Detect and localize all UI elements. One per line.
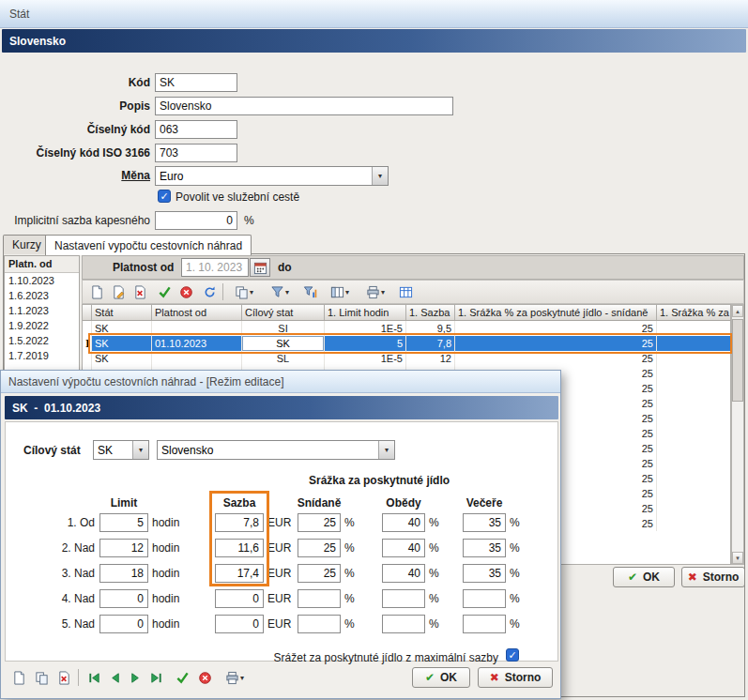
sazba-input[interactable] (215, 513, 264, 532)
main-titlebar[interactable]: Stát (0, 0, 748, 28)
ok-button[interactable]: ✔ OK (613, 567, 675, 587)
vecere-input[interactable] (463, 589, 506, 608)
nav-next-button[interactable] (125, 667, 145, 688)
storno-button[interactable]: ✖ Storno (681, 567, 745, 587)
export-button[interactable] (395, 282, 416, 302)
filter-advanced-button[interactable] (299, 282, 320, 302)
calendar-button[interactable] (250, 258, 270, 277)
kapesne-input[interactable] (155, 211, 237, 230)
vecere-input[interactable] (463, 615, 506, 633)
col-header-cilovy[interactable]: Cílový stat (242, 305, 325, 320)
scrollbar-thumb[interactable] (732, 319, 743, 402)
obedy-input[interactable] (382, 513, 425, 532)
snidane-input[interactable] (298, 513, 341, 532)
dialog-titlebar[interactable]: Nastavení výpočtu cestovních náhrad - [R… (1, 371, 560, 393)
srazet-checkbox[interactable]: ✓ (506, 648, 519, 662)
list-item[interactable]: 1.1.2023 (5, 303, 79, 318)
mena-combo-input[interactable] (156, 167, 372, 185)
limit-input[interactable] (99, 513, 148, 532)
date-list-header[interactable]: Platn. od (5, 256, 79, 273)
mena-label[interactable]: Měna (13, 169, 150, 182)
sazba-input[interactable] (215, 564, 264, 583)
accept-button[interactable] (154, 282, 175, 302)
col-header-sazba[interactable]: 1. Sazba (406, 305, 455, 320)
obedy-input[interactable] (382, 539, 425, 557)
cell-cilovy-editing[interactable]: SK (242, 336, 325, 351)
col-header-platnost[interactable]: Platnost od (152, 305, 242, 320)
table-row-selected[interactable]: I SK 01.10.2023 SK 5 7,8 25 (83, 336, 730, 351)
dialog-ok-button[interactable]: ✔ OK (412, 667, 470, 688)
snidane-input[interactable] (298, 615, 341, 633)
povolit-label[interactable]: Povolit ve služební cestě (176, 190, 299, 204)
list-item[interactable]: 1.9.2022 (5, 318, 79, 333)
popis-input[interactable] (155, 97, 453, 115)
list-item[interactable]: 1.5.2022 (5, 333, 79, 348)
vecere-input[interactable] (463, 513, 506, 532)
refresh-button[interactable] (199, 282, 220, 302)
scroll-up-button[interactable]: ▲ (732, 305, 743, 317)
delete-record-button[interactable] (53, 667, 74, 688)
cilovy-stat-code-input[interactable] (94, 441, 132, 459)
limit-input[interactable] (99, 539, 148, 557)
edit-record-button[interactable] (108, 282, 129, 302)
chevron-down-icon[interactable]: ▾ (378, 441, 394, 459)
tab-nastaveni[interactable]: Nastavení vypočtu cestovních náhrad (45, 235, 252, 255)
nav-last-button[interactable] (145, 667, 166, 688)
scroll-down-button[interactable]: ▼ (732, 552, 743, 564)
print-button[interactable]: ▾ (219, 667, 251, 688)
iso-kod-input[interactable] (155, 144, 237, 162)
new-record-button[interactable] (8, 667, 29, 688)
platnost-od-date-input[interactable] (181, 258, 249, 277)
limit-input[interactable] (99, 564, 148, 583)
new-record-button[interactable] (86, 282, 107, 302)
copy-record-button[interactable] (31, 667, 52, 688)
copy-grid-button[interactable]: ▾ (228, 282, 260, 302)
nav-first-button[interactable] (84, 667, 104, 688)
accept-button[interactable] (172, 667, 192, 688)
print-button[interactable]: ▾ (359, 282, 391, 302)
chevron-down-icon[interactable]: ▾ (372, 167, 388, 185)
limit-input[interactable] (99, 589, 148, 608)
srazet-checkbox-label[interactable]: Srážet za poskytnuté jídlo z maximální s… (170, 651, 498, 664)
table-row[interactable]: SK SI 1E-5 9,5 25 (83, 321, 730, 336)
chevron-down-icon[interactable]: ▾ (132, 441, 148, 459)
obedy-input[interactable] (382, 564, 425, 583)
obedy-input[interactable] (382, 615, 425, 633)
kod-input[interactable] (155, 73, 237, 92)
vecere-input[interactable] (463, 539, 506, 557)
delete-record-button[interactable] (130, 282, 150, 302)
cancel-button[interactable] (194, 667, 215, 688)
sazba-input[interactable] (215, 539, 264, 557)
list-item[interactable]: 1.7.2019 (5, 348, 79, 363)
table-row[interactable]: SK SL 1E-5 12 25 (83, 351, 730, 366)
snidane-input[interactable] (298, 589, 341, 608)
limit-input[interactable] (99, 615, 148, 633)
filter-button[interactable]: ▾ (264, 282, 296, 302)
cilovy-stat-name-input[interactable] (158, 441, 378, 459)
list-item[interactable]: 1.6.2023 (5, 288, 79, 303)
unit-percent: % (344, 541, 355, 555)
table-scrollbar[interactable]: ▲ ▼ (731, 304, 744, 565)
col-header-limit[interactable]: 1. Limit hodin (325, 305, 406, 320)
list-item[interactable]: 1.10.2023 (5, 273, 79, 288)
tab-kurzy[interactable]: Kurzy (3, 235, 51, 254)
columns-button[interactable]: ▾ (324, 282, 356, 302)
vecere-input[interactable] (463, 564, 506, 583)
dialog-storno-button[interactable]: ✖ Storno (478, 667, 553, 688)
sazba-input[interactable] (215, 589, 264, 608)
cilovy-stat-code-combo[interactable]: ▾ (93, 440, 149, 460)
snidane-input[interactable] (298, 539, 341, 557)
col-header-srazka-snidane[interactable]: 1. Srážka % za poskytnuté jídlo - snídan… (455, 305, 657, 320)
col-header-srazka-2[interactable]: 1. Srážka % za pos (657, 305, 730, 320)
mena-combo[interactable]: ▾ (155, 166, 389, 186)
povolit-checkbox[interactable]: ✓ (158, 190, 171, 203)
sazba-input[interactable] (215, 615, 264, 633)
cilovy-stat-name-combo[interactable]: ▾ (157, 440, 395, 460)
nav-prev-button[interactable] (104, 667, 125, 688)
col-header-stat[interactable]: Stát (92, 305, 152, 320)
snidane-input[interactable] (298, 564, 341, 583)
ciselny-kod-input[interactable] (155, 120, 237, 139)
cancel-button[interactable] (176, 282, 196, 302)
obedy-input[interactable] (382, 589, 425, 608)
cancel-icon (198, 671, 212, 685)
